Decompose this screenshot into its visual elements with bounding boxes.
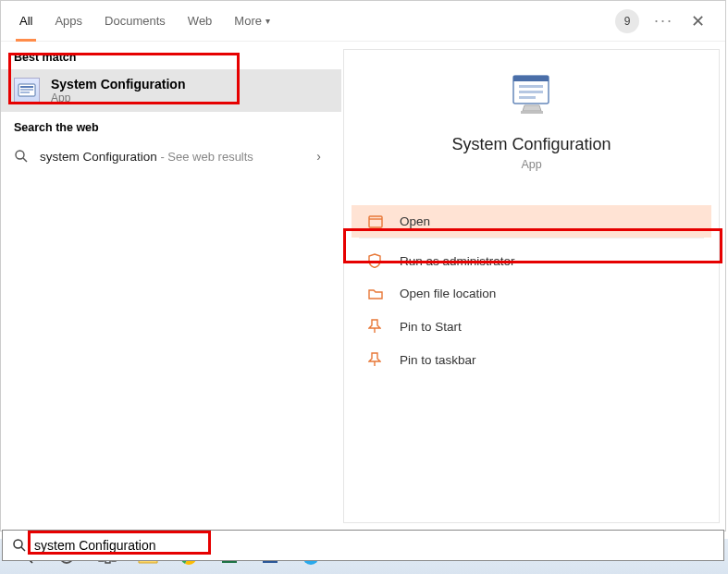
action-list: Open Run as administrator Open file loc	[344, 205, 719, 376]
preview-subtitle: App	[521, 158, 541, 171]
svg-rect-12	[369, 216, 382, 227]
svg-line-5	[23, 158, 27, 162]
action-run-admin[interactable]: Run as administrator	[352, 244, 711, 277]
tab-web[interactable]: Web	[177, 1, 224, 42]
tab-all[interactable]: All	[8, 1, 43, 42]
results-column: Best match System Configuration App Sear…	[1, 42, 341, 531]
svg-rect-2	[20, 89, 33, 91]
tab-documents[interactable]: Documents	[93, 1, 177, 42]
result-title: System Configuration	[51, 77, 185, 92]
result-system-configuration[interactable]: System Configuration App	[1, 69, 341, 112]
action-pin-taskbar-label: Pin to taskbar	[400, 353, 476, 367]
search-web-header: Search the web	[1, 112, 341, 140]
tab-apps[interactable]: Apps	[43, 1, 93, 42]
folder-icon	[368, 287, 385, 300]
action-pin-start[interactable]: Pin to Start	[352, 310, 711, 343]
svg-rect-7	[513, 76, 549, 81]
svg-rect-8	[519, 85, 543, 88]
action-open-location[interactable]: Open file location	[352, 277, 711, 310]
preview-panel: System Configuration App Open	[343, 49, 720, 523]
tab-more[interactable]: More	[223, 1, 281, 42]
action-pin-taskbar[interactable]: Pin to taskbar	[352, 343, 711, 376]
svg-rect-11	[521, 111, 543, 114]
close-icon[interactable]: ✕	[688, 11, 707, 31]
svg-rect-1	[20, 86, 33, 88]
svg-line-15	[21, 547, 25, 551]
action-run-admin-label: Run as administrator	[400, 254, 515, 268]
system-configuration-icon	[14, 78, 40, 104]
pin-start-icon	[368, 319, 385, 334]
preview-app-icon	[506, 68, 558, 120]
action-open[interactable]: Open	[352, 205, 711, 238]
pin-taskbar-icon	[368, 352, 385, 367]
search-icon	[12, 538, 27, 553]
result-subtitle: App	[51, 92, 185, 104]
admin-shield-icon	[368, 253, 385, 268]
best-match-header: Best match	[1, 42, 341, 69]
chevron-right-icon: ›	[316, 149, 321, 164]
header-more-icon[interactable]: ···	[654, 11, 673, 31]
header-badge[interactable]: 9	[615, 9, 639, 33]
action-open-location-label: Open file location	[400, 287, 496, 300]
svg-rect-9	[519, 91, 543, 93]
svg-point-14	[14, 540, 22, 548]
svg-rect-10	[519, 96, 536, 99]
svg-rect-3	[20, 92, 30, 93]
svg-point-4	[16, 151, 24, 159]
web-result-item[interactable]: system Configuration - See web results ›	[1, 140, 341, 173]
web-result-query: system Configuration - See web results	[40, 150, 253, 164]
preview-title: System Configuration	[451, 135, 611, 154]
action-open-label: Open	[400, 214, 430, 228]
search-tabs: All Apps Documents Web More 9 ··· ✕	[1, 1, 725, 42]
search-input[interactable]	[34, 538, 714, 553]
search-input-bar[interactable]	[2, 530, 724, 561]
search-icon	[14, 149, 29, 164]
open-icon	[368, 215, 385, 228]
action-pin-start-label: Pin to Start	[400, 320, 462, 334]
